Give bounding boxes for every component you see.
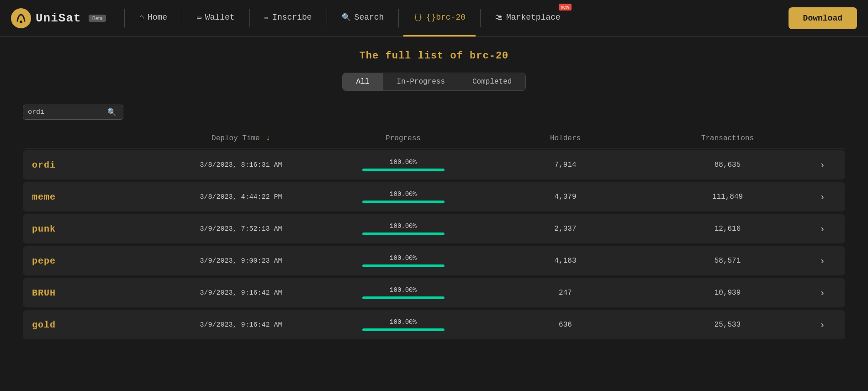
logo-area: UniSat Beta	[11, 8, 106, 28]
token-list: ordi 3/8/2023, 8:16:31 AM 100.00% 7,914 …	[23, 150, 845, 339]
beta-badge: Beta	[89, 15, 106, 22]
arrow-cell: ›	[809, 288, 836, 298]
nav-marketplace-label: Marketplace	[506, 13, 561, 22]
progress-pct: 100.00%	[322, 286, 484, 294]
nav-search[interactable]: 🔍 Search	[332, 0, 394, 37]
svg-point-0	[11, 8, 31, 28]
nav-inscribe-label: Inscribe	[272, 13, 312, 22]
progress-pct: 100.00%	[322, 254, 484, 262]
token-name: punk	[32, 224, 160, 234]
filter-group: All In-Progress Completed	[342, 73, 526, 91]
progress-bar-fill	[362, 296, 445, 299]
arrow-cell: ›	[809, 224, 836, 234]
table-row[interactable]: BRUH 3/9/2023, 9:16:42 AM 100.00% 247 10…	[23, 278, 845, 307]
nav-marketplace[interactable]: 🛍 Marketplace new	[485, 0, 571, 37]
progress-bar-bg	[362, 264, 445, 267]
filter-in-progress[interactable]: In-Progress	[383, 73, 459, 90]
nav-home[interactable]: ⌂ Home	[129, 0, 177, 37]
col-header-progress: Progress	[322, 134, 484, 143]
progress-cell: 100.00%	[322, 286, 484, 299]
table-row[interactable]: punk 3/9/2023, 7:52:13 AM 100.00% 2,337 …	[23, 214, 845, 243]
deploy-time: 3/9/2023, 9:16:42 AM	[160, 321, 322, 329]
logo-text: UniSat	[36, 11, 81, 25]
search-nav-icon: 🔍	[342, 13, 351, 22]
progress-bar-bg	[362, 169, 445, 171]
token-name: gold	[32, 320, 160, 330]
deploy-time: 3/9/2023, 9:00:23 AM	[160, 257, 322, 265]
nav-search-label: Search	[355, 13, 384, 22]
nav-divider-5	[398, 9, 399, 27]
nav-divider-4	[327, 9, 327, 27]
holders-cell: 4,183	[484, 257, 646, 265]
inscribe-icon: ✏	[265, 13, 269, 22]
nav-wallet[interactable]: ▭ Wallet	[187, 0, 244, 37]
token-name: pepe	[32, 256, 160, 266]
arrow-cell: ›	[809, 160, 836, 170]
nav-home-label: Home	[148, 13, 167, 22]
progress-cell: 100.00%	[322, 159, 484, 171]
logo-icon	[11, 8, 31, 28]
page-title: The full list of brc-20	[23, 50, 845, 62]
transactions-cell: 25,533	[646, 321, 809, 329]
transactions-cell: 88,635	[646, 161, 809, 169]
nav-wallet-label: Wallet	[205, 13, 235, 22]
holders-cell: 2,337	[484, 225, 646, 233]
holders-cell: 7,914	[484, 161, 646, 169]
progress-pct: 100.00%	[322, 318, 484, 326]
home-icon: ⌂	[139, 13, 144, 21]
filter-completed[interactable]: Completed	[459, 73, 525, 90]
progress-pct: 100.00%	[322, 190, 484, 198]
download-button[interactable]: Download	[789, 7, 857, 29]
wallet-icon: ▭	[197, 13, 201, 22]
search-area: 🔍	[23, 105, 845, 120]
progress-bar-bg	[362, 328, 445, 331]
token-name: ordi	[32, 160, 160, 170]
nav-brc20-label: {}brc-20	[426, 13, 466, 22]
holders-cell: 636	[484, 321, 646, 329]
transactions-cell: 58,571	[646, 257, 809, 265]
col-header-arrow	[809, 134, 836, 143]
brc20-icon: {}	[413, 13, 422, 21]
filter-tabs: All In-Progress Completed	[23, 73, 845, 91]
nav-inscribe[interactable]: ✏ Inscribe	[254, 0, 322, 37]
svg-point-1	[20, 21, 22, 23]
filter-all[interactable]: All	[343, 73, 383, 90]
progress-bar-fill	[362, 169, 445, 171]
holders-cell: 4,379	[484, 193, 646, 201]
arrow-cell: ›	[809, 256, 836, 266]
progress-cell: 100.00%	[322, 222, 484, 235]
table-row[interactable]: ordi 3/8/2023, 8:16:31 AM 100.00% 7,914 …	[23, 150, 845, 180]
progress-pct: 100.00%	[322, 159, 484, 166]
search-button[interactable]: 🔍	[106, 108, 118, 116]
nav-divider-2	[182, 9, 182, 27]
marketplace-icon: 🛍	[495, 13, 503, 22]
col-header-deploy[interactable]: Deploy Time ↓	[160, 134, 322, 143]
progress-pct: 100.00%	[322, 222, 484, 230]
deploy-time: 3/8/2023, 4:44:22 PM	[160, 193, 322, 201]
deploy-time: 3/9/2023, 9:16:42 AM	[160, 289, 322, 297]
progress-bar-fill	[362, 328, 445, 331]
search-input[interactable]	[28, 108, 106, 116]
search-container: 🔍	[23, 105, 123, 120]
deploy-time: 3/8/2023, 8:16:31 AM	[160, 161, 322, 169]
progress-bar-fill	[362, 232, 445, 235]
progress-bar-bg	[362, 201, 445, 203]
progress-bar-fill	[362, 201, 445, 203]
transactions-cell: 12,616	[646, 225, 809, 233]
table-row[interactable]: meme 3/8/2023, 4:44:22 PM 100.00% 4,379 …	[23, 182, 845, 211]
holders-cell: 247	[484, 289, 646, 297]
token-name: BRUH	[32, 288, 160, 298]
transactions-cell: 111,849	[646, 193, 809, 201]
nav-divider-6	[480, 9, 481, 27]
col-header-holders: Holders	[484, 134, 646, 143]
col-header-transactions: Transactions	[646, 134, 809, 143]
arrow-cell: ›	[809, 320, 836, 330]
sort-icon: ↓	[266, 134, 270, 143]
table-row[interactable]: pepe 3/9/2023, 9:00:23 AM 100.00% 4,183 …	[23, 246, 845, 275]
arrow-cell: ›	[809, 192, 836, 202]
progress-cell: 100.00%	[322, 190, 484, 203]
progress-bar-bg	[362, 232, 445, 235]
table-row[interactable]: gold 3/9/2023, 9:16:42 AM 100.00% 636 25…	[23, 310, 845, 339]
table-header: Deploy Time ↓ Progress Holders Transacti…	[23, 129, 845, 148]
nav-brc20[interactable]: {} {}brc-20	[403, 0, 476, 37]
